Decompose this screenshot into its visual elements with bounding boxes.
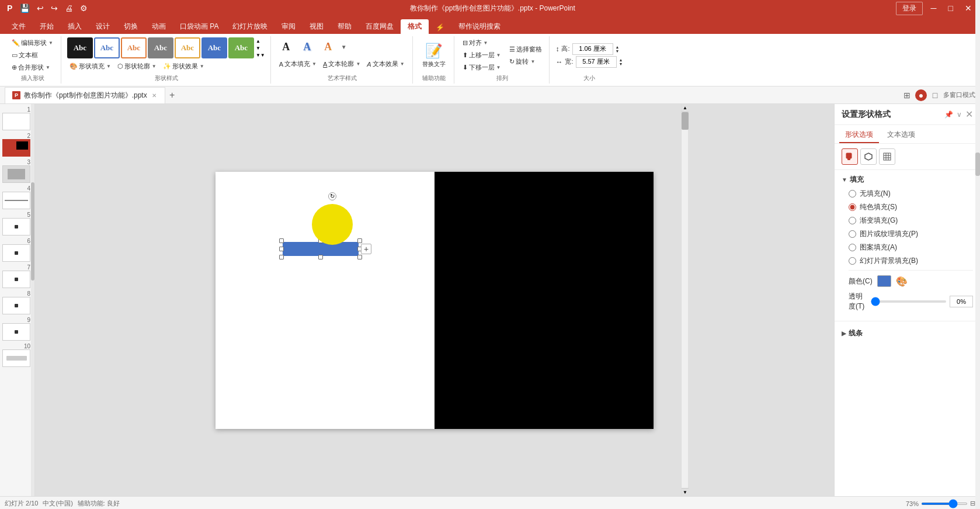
edit-shape-arrow[interactable]: ▼ xyxy=(48,40,54,46)
tab-baidu[interactable]: 百度网盘 xyxy=(359,19,401,34)
tab-review[interactable]: 审阅 xyxy=(274,19,303,34)
zoom-slider[interactable] xyxy=(921,503,968,505)
width-decrement[interactable]: ▼ xyxy=(619,62,623,66)
merge-shapes-btn[interactable]: ⊕ 合并形状 ▼ xyxy=(9,62,53,73)
fill-section-header[interactable]: ▼ 填充 xyxy=(835,170,980,187)
text-outline-arrow[interactable]: ▼ xyxy=(355,61,361,67)
replace-text-btn[interactable]: 📝 替换文字 xyxy=(419,41,449,70)
text-effect-arrow[interactable]: ▼ xyxy=(399,61,405,67)
slide-thumb-7[interactable]: 7 xyxy=(2,264,32,288)
rp-icon-table[interactable] xyxy=(879,148,895,165)
slide-thumb-2[interactable]: 2 xyxy=(2,133,32,157)
height-decrement[interactable]: ▼ xyxy=(616,49,620,53)
transparency-input[interactable] xyxy=(950,296,973,307)
select-pane-btn[interactable]: ☰ 选择窗格 xyxy=(507,44,544,55)
rp-tab-text[interactable]: 文本选项 xyxy=(881,127,921,143)
color-picker-icon[interactable]: 🎨 xyxy=(896,276,908,287)
panel-scrollbar-thumb2[interactable] xyxy=(975,153,980,176)
rp-icon-shape[interactable] xyxy=(860,148,877,165)
color-swatch[interactable] xyxy=(877,275,891,287)
picture-fill-radio[interactable] xyxy=(849,230,856,238)
shape-style-blue-outline[interactable]: Abc xyxy=(94,37,120,58)
no-fill-radio[interactable] xyxy=(849,190,856,198)
tab-start[interactable]: 开始 xyxy=(33,19,61,34)
print-icon[interactable]: 🖨 xyxy=(63,4,75,13)
text-box-btn[interactable]: ▭ 文本框 xyxy=(9,50,40,61)
tab-file[interactable]: 文件 xyxy=(5,19,33,34)
rp-tab-shape[interactable]: 形状选项 xyxy=(839,127,879,143)
panel-pin-icon[interactable]: 📌 xyxy=(944,110,953,119)
rotate-btn[interactable]: ↻ 旋转 ▼ xyxy=(507,56,544,67)
height-increment[interactable]: ▲ xyxy=(616,45,620,49)
scroll-down-btn[interactable]: ▼ xyxy=(682,488,689,496)
login-button[interactable]: 登录 xyxy=(896,2,923,15)
art-style-dropdown[interactable]: ▼ xyxy=(340,44,348,50)
slide-thumb-4[interactable]: 4 xyxy=(2,185,32,209)
scroll-up-btn[interactable]: ▲ xyxy=(682,104,689,112)
rotate-arrow[interactable]: ▼ xyxy=(530,59,536,64)
shape-style-yellow[interactable]: Abc xyxy=(175,37,200,58)
view-icon[interactable]: ⊞ xyxy=(901,89,913,101)
panel-scrollbar-thumb[interactable] xyxy=(31,182,34,281)
redo-icon[interactable]: ↪ xyxy=(49,4,60,13)
fill-arrow[interactable]: ▼ xyxy=(106,64,112,69)
yellow-circle-shape[interactable]: ↻ xyxy=(312,204,353,245)
file-tab-close[interactable]: ✕ xyxy=(151,92,158,99)
move-back-btn[interactable]: ⬇ 下移一层 ▼ xyxy=(460,62,504,73)
tab-animations[interactable]: 动画 xyxy=(145,19,173,34)
panel-collapse-icon[interactable]: ∨ xyxy=(957,110,962,119)
height-input[interactable] xyxy=(572,43,613,55)
align-arrow[interactable]: ▼ xyxy=(483,40,489,46)
gradient-fill-radio[interactable] xyxy=(849,217,856,224)
align-btn[interactable]: ⊟ 对齐 ▼ xyxy=(460,37,504,49)
minimize-button[interactable]: ─ xyxy=(927,2,940,14)
width-input[interactable] xyxy=(576,56,617,68)
tab-help[interactable]: 帮助 xyxy=(331,19,359,34)
art-style-3[interactable]: A xyxy=(319,37,338,56)
add-tab-button[interactable]: + xyxy=(165,88,179,102)
undo-icon[interactable]: ↩ xyxy=(35,4,46,13)
forward-arrow[interactable]: ▼ xyxy=(496,53,502,58)
style-scroll-up[interactable]: ▲ xyxy=(255,38,266,44)
tab-lightning[interactable]: ⚡ xyxy=(429,21,451,34)
text-effect-btn[interactable]: A 文本效果 ▼ xyxy=(364,58,407,70)
tab-search[interactable]: 帮作说明搜索 xyxy=(451,19,508,34)
scroll-thumb-v[interactable] xyxy=(682,112,689,130)
tab-transitions[interactable]: 切换 xyxy=(117,19,145,34)
slide-thumb-1[interactable]: 1 xyxy=(2,106,32,130)
shape-style-dark[interactable]: Abc xyxy=(67,37,93,58)
panel-close-button[interactable]: ✕ xyxy=(965,109,973,120)
tab-view[interactable]: 视图 xyxy=(303,19,331,34)
style-expand[interactable]: ▼▼ xyxy=(255,52,266,58)
tab-insert[interactable]: 插入 xyxy=(61,19,89,34)
slide-bg-fill-radio[interactable] xyxy=(849,257,856,265)
outline-arrow[interactable]: ▼ xyxy=(151,64,157,69)
rp-icon-fill[interactable] xyxy=(842,148,858,165)
tab-design[interactable]: 设计 xyxy=(89,19,117,34)
edit-shape-btn[interactable]: ✏️ 编辑形状 ▼ xyxy=(9,37,56,49)
style-scroll-down[interactable]: ▼ xyxy=(255,45,266,51)
multiwindow-icon[interactable]: □ xyxy=(929,89,941,101)
merge-arrow[interactable]: ▼ xyxy=(45,65,51,70)
text-fill-arrow[interactable]: ▼ xyxy=(311,61,317,67)
shape-style-gray[interactable]: Abc xyxy=(148,37,173,58)
shape-style-blue2[interactable]: Abc xyxy=(201,37,227,58)
width-increment[interactable]: ▲ xyxy=(619,58,623,62)
shape-outline-btn[interactable]: ⬡ 形状轮廓 ▼ xyxy=(115,61,159,72)
tab-format[interactable]: 格式 xyxy=(401,19,429,34)
file-tab-1[interactable]: P 教你制作《ppt制作创意图片功能》.pptx ✕ xyxy=(5,87,165,103)
shape-style-green[interactable]: Abc xyxy=(228,37,254,58)
shape-style-orange[interactable]: Abc xyxy=(121,37,147,58)
rotate-handle[interactable]: ↻ xyxy=(328,192,336,200)
slide-thumb-9[interactable]: 9 xyxy=(2,317,32,341)
slide-thumb-6[interactable]: 6 xyxy=(2,238,32,262)
line-section-header[interactable]: ▶ 线条 xyxy=(835,324,980,341)
restore-button[interactable]: □ xyxy=(945,2,957,14)
shape-effect-btn[interactable]: ✨ 形状效果 ▼ xyxy=(161,61,207,72)
slide-thumb-10[interactable]: 10 xyxy=(2,343,32,367)
art-style-1[interactable]: A xyxy=(277,37,296,56)
slide-thumb-5[interactable]: 5 xyxy=(2,212,32,236)
color-icon[interactable]: ● xyxy=(915,89,927,101)
settings-icon[interactable]: ⚙ xyxy=(78,4,89,13)
effect-arrow[interactable]: ▼ xyxy=(199,64,205,69)
